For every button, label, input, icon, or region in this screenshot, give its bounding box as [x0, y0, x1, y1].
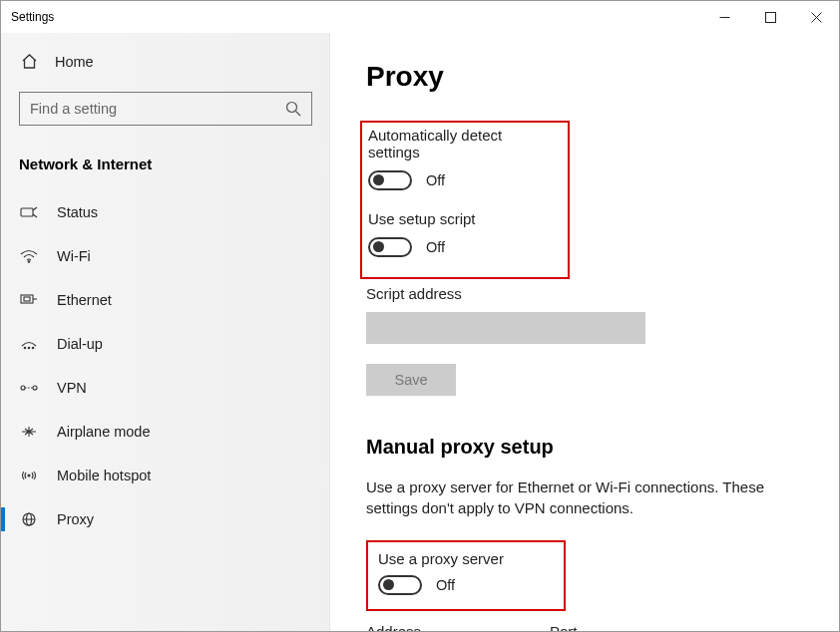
- setup-script-state: Off: [426, 239, 445, 255]
- home-icon: [19, 53, 39, 70]
- script-address-label: Script address: [366, 285, 807, 302]
- proxy-icon: [19, 512, 39, 526]
- highlight-auto-section: Automatically detect settings Off Use se…: [360, 121, 570, 279]
- sidebar-item-label: VPN: [57, 380, 87, 396]
- manual-proxy-heading: Manual proxy setup: [366, 436, 807, 459]
- sidebar-item-label: Wi-Fi: [57, 248, 91, 264]
- save-button[interactable]: Save: [366, 364, 456, 396]
- titlebar: Settings: [1, 1, 839, 33]
- search-icon: [285, 101, 301, 117]
- sidebar-item-label: Dial-up: [57, 336, 103, 352]
- sidebar-item-proxy[interactable]: Proxy: [1, 497, 330, 541]
- auto-detect-toggle[interactable]: [368, 170, 412, 190]
- manual-proxy-description: Use a proxy server for Ethernet or Wi-Fi…: [366, 476, 805, 518]
- svg-point-13: [32, 347, 33, 348]
- toggle-knob: [383, 579, 394, 590]
- page-title: Proxy: [366, 61, 807, 93]
- address-label: Address: [366, 623, 526, 631]
- toggle-knob: [373, 174, 384, 185]
- status-icon: [19, 205, 39, 219]
- minimize-button[interactable]: [701, 1, 747, 33]
- sidebar: Home Network & Internet Status Wi-Fi Eth…: [1, 33, 330, 631]
- port-label: Port: [550, 623, 622, 631]
- svg-line-5: [296, 112, 301, 117]
- setup-script-toggle[interactable]: [368, 237, 412, 257]
- nav-list: Status Wi-Fi Ethernet Dial-up VPN Airpla…: [1, 190, 330, 541]
- hotspot-icon: [19, 469, 39, 482]
- sidebar-item-ethernet[interactable]: Ethernet: [1, 278, 330, 322]
- sidebar-item-wifi[interactable]: Wi-Fi: [1, 234, 330, 278]
- svg-point-14: [21, 386, 25, 390]
- svg-rect-9: [24, 297, 30, 301]
- maximize-button[interactable]: [747, 1, 793, 33]
- svg-rect-6: [21, 208, 33, 216]
- ethernet-icon: [19, 293, 39, 307]
- use-proxy-state: Off: [436, 577, 455, 593]
- home-label: Home: [55, 54, 94, 70]
- svg-rect-8: [21, 295, 33, 303]
- svg-point-11: [24, 347, 25, 348]
- svg-point-12: [28, 347, 29, 348]
- use-proxy-label: Use a proxy server: [378, 550, 554, 567]
- sidebar-item-label: Mobile hotspot: [57, 468, 151, 483]
- category-title: Network & Internet: [1, 142, 330, 190]
- wifi-icon: [19, 249, 39, 263]
- search-input[interactable]: [30, 101, 285, 117]
- sidebar-item-hotspot[interactable]: Mobile hotspot: [1, 454, 330, 497]
- sidebar-item-label: Airplane mode: [57, 424, 151, 440]
- content-pane: Proxy Automatically detect settings Off …: [330, 33, 839, 631]
- sidebar-item-label: Status: [57, 204, 98, 220]
- sidebar-item-label: Proxy: [57, 511, 94, 527]
- svg-point-15: [33, 386, 37, 390]
- auto-detect-label: Automatically detect settings: [368, 127, 558, 160]
- sidebar-item-label: Ethernet: [57, 292, 112, 308]
- sidebar-item-status[interactable]: Status: [1, 190, 330, 234]
- dialup-icon: [19, 337, 39, 351]
- svg-point-17: [28, 474, 30, 476]
- svg-point-7: [28, 261, 30, 263]
- svg-rect-1: [765, 12, 775, 22]
- vpn-icon: [19, 381, 39, 395]
- auto-detect-state: Off: [426, 172, 445, 188]
- svg-point-4: [287, 103, 297, 113]
- sidebar-item-dialup[interactable]: Dial-up: [1, 322, 330, 366]
- window-controls: [701, 1, 839, 33]
- airplane-icon: [19, 425, 39, 439]
- sidebar-item-vpn[interactable]: VPN: [1, 366, 330, 410]
- toggle-knob: [373, 241, 384, 252]
- window-title: Settings: [11, 10, 54, 24]
- home-nav[interactable]: Home: [1, 41, 330, 82]
- setup-script-label: Use setup script: [368, 210, 558, 227]
- use-proxy-toggle[interactable]: [378, 575, 422, 595]
- highlight-proxy-toggle: Use a proxy server Off: [366, 540, 566, 611]
- script-address-input[interactable]: [366, 312, 645, 344]
- sidebar-item-airplane[interactable]: Airplane mode: [1, 410, 330, 454]
- search-box[interactable]: [19, 92, 312, 126]
- close-button[interactable]: [793, 1, 839, 33]
